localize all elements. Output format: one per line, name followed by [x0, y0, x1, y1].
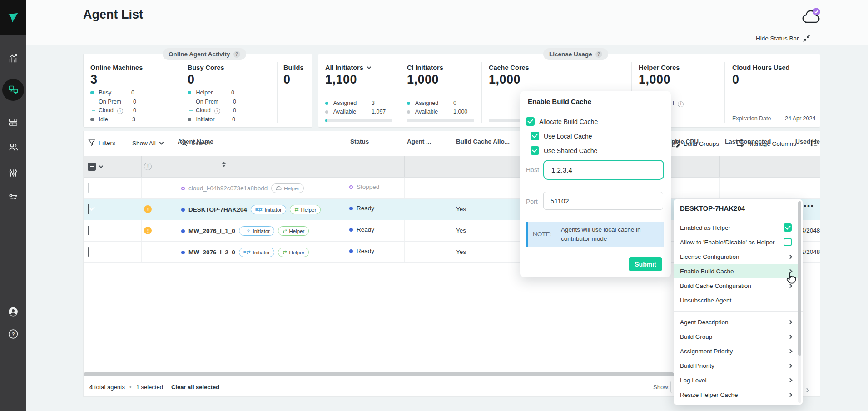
- note-label: NOTE:: [533, 231, 551, 238]
- row-checkbox[interactable]: [88, 227, 89, 235]
- status-cell: Ready: [349, 205, 374, 212]
- horizontal-scrollbar[interactable]: [84, 372, 674, 376]
- info-icon[interactable]: i: [678, 101, 684, 107]
- checkbox-checked-icon: [526, 117, 535, 126]
- initiator-icon: ≡✧: [243, 228, 251, 234]
- info-icon[interactable]: i: [117, 108, 123, 114]
- row-checkbox[interactable]: [88, 248, 89, 256]
- sidebar-item-dashboard[interactable]: [8, 117, 19, 128]
- menu-item-log-level[interactable]: Log Level: [674, 373, 798, 387]
- menu-item-build-cache-configuration[interactable]: Build Cache Configuration: [674, 278, 798, 293]
- chevron-down-icon: [159, 140, 164, 145]
- all-initiators-header[interactable]: All Initiators: [325, 64, 371, 71]
- menu-item-agent-description[interactable]: Agent Description: [674, 315, 798, 329]
- all-initiators-usage-bar: [325, 119, 392, 122]
- tree-tick: [189, 102, 193, 102]
- use-shared-cache-checkbox[interactable]: Use Shared Cache: [531, 146, 597, 155]
- card-divider: [181, 62, 181, 123]
- warning-icon[interactable]: !: [144, 205, 152, 213]
- selected-count: 1 selected: [136, 384, 163, 391]
- info-icon[interactable]: ?: [595, 51, 602, 58]
- menu-item-build-group[interactable]: Build Group: [674, 329, 798, 344]
- use-local-cache-checkbox[interactable]: Use Local Cache: [531, 132, 592, 140]
- app-logo[interactable]: [0, 0, 26, 35]
- dot-separator: •: [129, 384, 132, 391]
- status-label: Stopped: [357, 183, 379, 190]
- col-header-agent-name[interactable]: Agent Name: [178, 138, 213, 145]
- menu-item-resize-helper-cache[interactable]: Resize Helper Cache: [674, 387, 798, 402]
- row-checkbox[interactable]: [88, 205, 89, 213]
- menu-item-enabled-as-helper[interactable]: Enabled as Helper: [674, 220, 798, 235]
- ready-status-dot: [349, 228, 353, 232]
- sidebar-item-help[interactable]: ?: [8, 328, 19, 339]
- ready-status-dot: [349, 249, 353, 253]
- col-header-build-cache[interactable]: Build Cache Allo...: [456, 138, 510, 145]
- info-icon[interactable]: i: [214, 108, 220, 114]
- helper-cores-partial-label: l i: [673, 100, 684, 107]
- submit-button[interactable]: Submit: [629, 257, 662, 271]
- agent-name: DESKTOP-7HAK204: [188, 206, 247, 213]
- col-header-used-helper[interactable]: Used He: [795, 138, 820, 145]
- table-row[interactable]: DESKTOP-7HAK204 ≡⇄ Initiator ⇄ Helper: [181, 205, 321, 214]
- menu-item-enable-build-cache[interactable]: Enable Build Cache: [674, 264, 798, 278]
- busy-value: 0: [131, 89, 134, 96]
- allocate-build-cache-checkbox[interactable]: Allocate Build Cache: [526, 117, 598, 126]
- cloud-hours-title: Cloud Hours Used: [732, 64, 789, 71]
- sidebar-item-analytics[interactable]: [8, 53, 19, 64]
- table-header-row: [84, 156, 820, 178]
- col-header-last-connected[interactable]: Last Connected: [725, 138, 771, 145]
- checkbox-empty-icon[interactable]: [784, 238, 792, 246]
- sidebar-item-agents[interactable]: [2, 79, 24, 101]
- show-all-dropdown[interactable]: Show All: [132, 140, 163, 147]
- sidebar-item-license[interactable]: [8, 191, 19, 202]
- sidebar-item-users[interactable]: [8, 141, 19, 152]
- hide-status-bar-label: Hide Status Bar: [756, 35, 799, 42]
- port-input[interactable]: 51102: [543, 192, 663, 210]
- next-page-button[interactable]: [805, 386, 808, 394]
- filters-button[interactable]: Filters: [88, 139, 115, 146]
- warning-icon[interactable]: !: [144, 227, 152, 234]
- menu-item-build-priority[interactable]: Build Priority: [674, 358, 798, 373]
- menu-scrollbar-track[interactable]: [798, 201, 801, 403]
- builds-value: 0: [283, 73, 291, 87]
- select-all-indeterminate-checkbox[interactable]: [88, 163, 96, 171]
- build-cache-cell: Yes: [456, 206, 466, 213]
- chevron-down-icon[interactable]: [99, 163, 104, 168]
- menu-item-license-configuration[interactable]: License Configuration: [674, 249, 798, 264]
- clear-selected-link[interactable]: Clear all selected: [171, 384, 219, 391]
- expiration-date-label: Expiration Date: [732, 115, 771, 122]
- checkbox-checked-icon: [531, 146, 539, 155]
- stopped-agent-dot: [181, 187, 185, 190]
- row-actions-button[interactable]: •••: [804, 202, 814, 211]
- row-checkbox[interactable]: [88, 184, 89, 192]
- hide-status-bar-button[interactable]: Hide Status Bar: [756, 35, 810, 42]
- build-cache-cell: Yes: [456, 248, 466, 255]
- card-divider: [277, 62, 278, 123]
- cloud-status-button[interactable]: [801, 7, 822, 27]
- tree-tick: [92, 102, 95, 102]
- col-header-agent[interactable]: Agent ...: [407, 138, 431, 145]
- sort-icon[interactable]: [222, 162, 226, 167]
- table-row[interactable]: MW_2076_I_2_0 ≡⇄ Initiator ⇄ Helper: [181, 248, 309, 257]
- assigned-row: Assigned: [407, 100, 438, 106]
- menu-item-allow-enable-disable[interactable]: Allow to 'Enable/Disable' as Helper: [674, 235, 798, 249]
- host-input[interactable]: 1.2.3.4: [543, 160, 664, 180]
- select-all-checkbox[interactable]: [88, 163, 103, 171]
- ci-initiators-value: 1,000: [407, 73, 439, 87]
- all-initiators-value: 1,100: [325, 73, 357, 87]
- info-icon[interactable]: ?: [233, 51, 240, 58]
- menu-item-unsubscribe-agent[interactable]: Unsubscribe Agent: [674, 293, 798, 307]
- sidebar-item-profile[interactable]: [8, 306, 19, 317]
- cloud-icon: [276, 186, 282, 191]
- menu-item-assignment-priority[interactable]: Assignment Priority: [674, 344, 798, 358]
- sidebar-item-settings[interactable]: [8, 168, 19, 178]
- dashboard-icon: [8, 117, 18, 127]
- chevron-down-icon: [367, 64, 371, 69]
- table-row[interactable]: cloud_i-04b92c073e1a8bbdd Helper: [181, 183, 304, 193]
- col-header-status[interactable]: Status: [350, 138, 369, 145]
- status-label: Ready: [357, 248, 374, 254]
- checkbox-checked-icon[interactable]: [784, 223, 792, 232]
- agent-dot: [181, 229, 185, 233]
- table-row[interactable]: MW_2076_I_1_0 ≡✧ Initiator ⇄ Helper: [181, 226, 309, 236]
- popup-title: Enable Build Cache: [528, 98, 591, 105]
